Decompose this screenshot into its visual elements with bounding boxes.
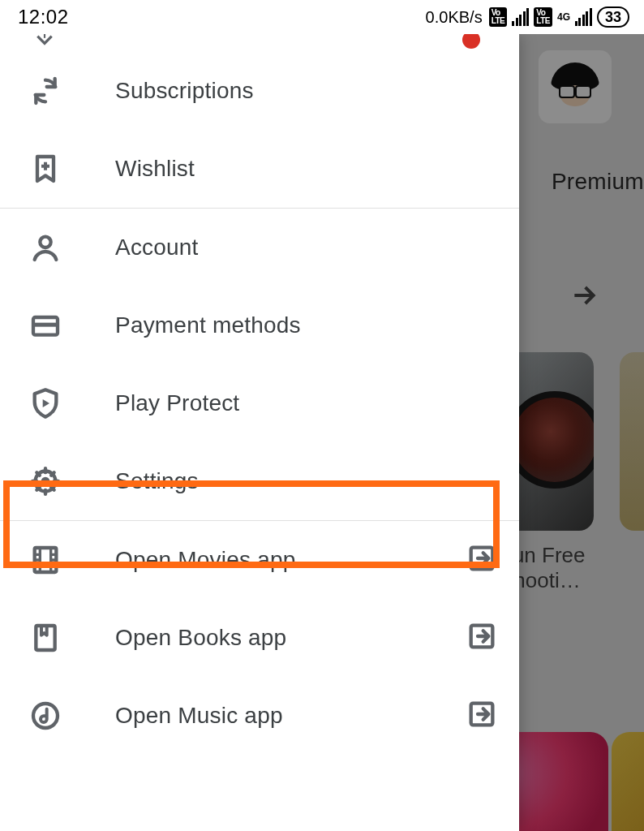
drawer-item-label: Account — [115, 235, 501, 260]
network-type: 4G — [557, 11, 570, 23]
person-icon — [28, 230, 63, 265]
shield-play-icon — [28, 385, 63, 421]
exit-icon — [466, 698, 501, 734]
svg-rect-0 — [44, 34, 45, 38]
app-title-1: Fun Free Shooti… — [500, 542, 629, 593]
drawer-item-play-protect[interactable]: Play Protect — [0, 364, 519, 442]
bookmark-add-icon — [28, 151, 63, 187]
gear-icon — [28, 463, 63, 499]
refresh-icon — [28, 73, 63, 109]
drawer-scrolled-item[interactable] — [0, 34, 519, 52]
drawer-item-label: Payment methods — [115, 312, 501, 338]
drawer-item-wishlist[interactable]: Wishlist — [0, 130, 519, 208]
drawer-item-label: Settings — [115, 468, 501, 494]
status-time: 12:02 — [18, 6, 69, 28]
navigation-drawer: Subscriptions Wishlist Account Payment m… — [0, 34, 519, 831]
signal-bars-icon-2 — [575, 8, 592, 26]
drawer-item-label: Wishlist — [115, 156, 501, 182]
drawer-item-label: Open Music app — [115, 703, 414, 729]
status-right: 0.0KB/s VoLTE VoLTE 4G 33 — [426, 6, 629, 28]
app-card-2[interactable] — [620, 352, 644, 531]
arrow-right-icon[interactable] — [568, 279, 600, 319]
premium-link[interactable]: Premium — [552, 169, 644, 195]
drawer-item-open-music[interactable]: Open Music app — [0, 677, 519, 755]
drawer-item-subscriptions[interactable]: Subscriptions — [0, 52, 519, 130]
drawer-item-payment-methods[interactable]: Payment methods — [0, 286, 519, 364]
drawer-item-label: Open Books app — [115, 625, 414, 651]
movies-icon — [28, 542, 63, 578]
svg-rect-3 — [33, 323, 58, 327]
music-icon — [28, 698, 63, 734]
drawer-item-label: Open Movies app — [115, 547, 414, 573]
exit-icon — [466, 542, 501, 578]
exit-icon — [466, 620, 501, 656]
drawer-item-open-movies[interactable]: Open Movies app — [0, 521, 519, 599]
volte-icon-2: VoLTE — [534, 7, 552, 27]
profile-avatar-card[interactable] — [539, 50, 612, 123]
network-speed: 0.0KB/s — [426, 8, 483, 27]
avatar-icon — [551, 62, 599, 111]
drawer-item-settings[interactable]: Settings — [0, 442, 519, 520]
app-card-4[interactable] — [612, 732, 644, 831]
status-bar: 12:02 0.0KB/s VoLTE VoLTE 4G 33 — [0, 0, 644, 34]
drawer-item-label: Subscriptions — [115, 78, 501, 104]
volte-icon-1: VoLTE — [489, 7, 508, 27]
credit-card-icon — [28, 308, 63, 343]
signal-bars-icon-1 — [512, 8, 529, 26]
svg-point-1 — [40, 237, 50, 248]
drawer-item-label: Play Protect — [115, 390, 501, 416]
battery-pill: 33 — [597, 6, 629, 28]
drawer-item-open-books[interactable]: Open Books app — [0, 599, 519, 677]
svg-point-4 — [41, 477, 50, 486]
drawer-item-account[interactable]: Account — [0, 209, 519, 286]
book-icon — [28, 620, 63, 656]
